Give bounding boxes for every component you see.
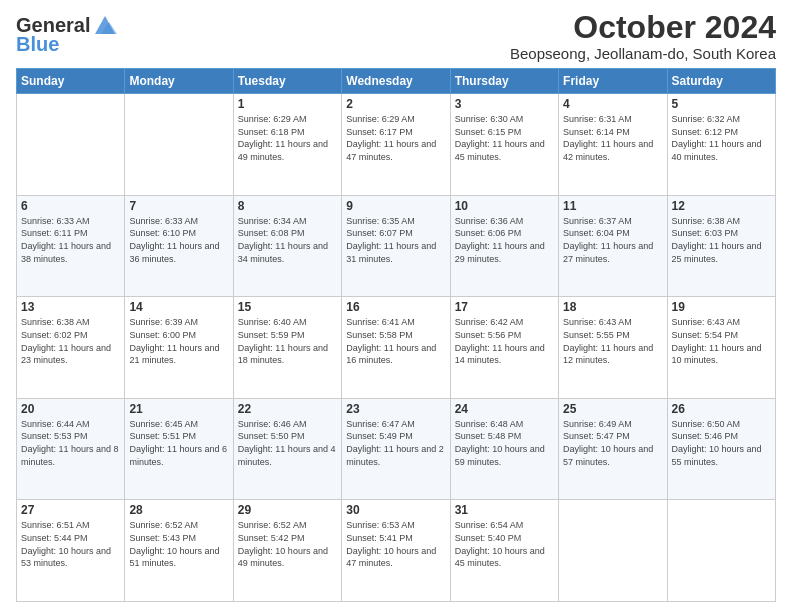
logo-blue: Blue <box>16 33 59 56</box>
header-monday: Monday <box>125 69 233 94</box>
calendar-subtitle: Beopseong, Jeollanam-do, South Korea <box>510 45 776 62</box>
table-row: 31Sunrise: 6:54 AMSunset: 5:40 PMDayligh… <box>450 500 558 602</box>
day-number: 15 <box>238 300 337 314</box>
table-row: 30Sunrise: 6:53 AMSunset: 5:41 PMDayligh… <box>342 500 450 602</box>
day-number: 22 <box>238 402 337 416</box>
table-row: 24Sunrise: 6:48 AMSunset: 5:48 PMDayligh… <box>450 398 558 500</box>
calendar-week-1: 1Sunrise: 6:29 AMSunset: 6:18 PMDaylight… <box>17 94 776 196</box>
day-number: 6 <box>21 199 120 213</box>
table-row: 1Sunrise: 6:29 AMSunset: 6:18 PMDaylight… <box>233 94 341 196</box>
day-number: 23 <box>346 402 445 416</box>
cell-info: Sunrise: 6:44 AMSunset: 5:53 PMDaylight:… <box>21 418 120 468</box>
calendar-week-4: 20Sunrise: 6:44 AMSunset: 5:53 PMDayligh… <box>17 398 776 500</box>
cell-info: Sunrise: 6:33 AMSunset: 6:10 PMDaylight:… <box>129 215 228 265</box>
cell-info: Sunrise: 6:32 AMSunset: 6:12 PMDaylight:… <box>672 113 771 163</box>
cell-info: Sunrise: 6:41 AMSunset: 5:58 PMDaylight:… <box>346 316 445 366</box>
table-row: 18Sunrise: 6:43 AMSunset: 5:55 PMDayligh… <box>559 297 667 399</box>
calendar-week-5: 27Sunrise: 6:51 AMSunset: 5:44 PMDayligh… <box>17 500 776 602</box>
table-row: 6Sunrise: 6:33 AMSunset: 6:11 PMDaylight… <box>17 195 125 297</box>
calendar-header-row: Sunday Monday Tuesday Wednesday Thursday… <box>17 69 776 94</box>
day-number: 12 <box>672 199 771 213</box>
cell-info: Sunrise: 6:40 AMSunset: 5:59 PMDaylight:… <box>238 316 337 366</box>
day-number: 14 <box>129 300 228 314</box>
cell-info: Sunrise: 6:38 AMSunset: 6:03 PMDaylight:… <box>672 215 771 265</box>
table-row: 4Sunrise: 6:31 AMSunset: 6:14 PMDaylight… <box>559 94 667 196</box>
cell-info: Sunrise: 6:43 AMSunset: 5:54 PMDaylight:… <box>672 316 771 366</box>
table-row: 23Sunrise: 6:47 AMSunset: 5:49 PMDayligh… <box>342 398 450 500</box>
cell-info: Sunrise: 6:49 AMSunset: 5:47 PMDaylight:… <box>563 418 662 468</box>
page: General Blue October 2024 Beopseong, Jeo… <box>0 0 792 612</box>
cell-info: Sunrise: 6:43 AMSunset: 5:55 PMDaylight:… <box>563 316 662 366</box>
day-number: 16 <box>346 300 445 314</box>
logo: General Blue <box>16 14 119 56</box>
cell-info: Sunrise: 6:52 AMSunset: 5:42 PMDaylight:… <box>238 519 337 569</box>
logo-icon <box>91 14 119 36</box>
table-row: 21Sunrise: 6:45 AMSunset: 5:51 PMDayligh… <box>125 398 233 500</box>
day-number: 2 <box>346 97 445 111</box>
header-wednesday: Wednesday <box>342 69 450 94</box>
cell-info: Sunrise: 6:33 AMSunset: 6:11 PMDaylight:… <box>21 215 120 265</box>
cell-info: Sunrise: 6:53 AMSunset: 5:41 PMDaylight:… <box>346 519 445 569</box>
day-number: 31 <box>455 503 554 517</box>
day-number: 29 <box>238 503 337 517</box>
header-thursday: Thursday <box>450 69 558 94</box>
day-number: 24 <box>455 402 554 416</box>
header-saturday: Saturday <box>667 69 775 94</box>
cell-info: Sunrise: 6:36 AMSunset: 6:06 PMDaylight:… <box>455 215 554 265</box>
cell-info: Sunrise: 6:52 AMSunset: 5:43 PMDaylight:… <box>129 519 228 569</box>
day-number: 1 <box>238 97 337 111</box>
cell-info: Sunrise: 6:50 AMSunset: 5:46 PMDaylight:… <box>672 418 771 468</box>
header-tuesday: Tuesday <box>233 69 341 94</box>
table-row <box>559 500 667 602</box>
day-number: 19 <box>672 300 771 314</box>
day-number: 10 <box>455 199 554 213</box>
table-row: 10Sunrise: 6:36 AMSunset: 6:06 PMDayligh… <box>450 195 558 297</box>
cell-info: Sunrise: 6:39 AMSunset: 6:00 PMDaylight:… <box>129 316 228 366</box>
cell-info: Sunrise: 6:29 AMSunset: 6:17 PMDaylight:… <box>346 113 445 163</box>
cell-info: Sunrise: 6:47 AMSunset: 5:49 PMDaylight:… <box>346 418 445 468</box>
table-row: 2Sunrise: 6:29 AMSunset: 6:17 PMDaylight… <box>342 94 450 196</box>
table-row <box>667 500 775 602</box>
table-row <box>17 94 125 196</box>
cell-info: Sunrise: 6:54 AMSunset: 5:40 PMDaylight:… <box>455 519 554 569</box>
table-row: 12Sunrise: 6:38 AMSunset: 6:03 PMDayligh… <box>667 195 775 297</box>
table-row: 7Sunrise: 6:33 AMSunset: 6:10 PMDaylight… <box>125 195 233 297</box>
day-number: 25 <box>563 402 662 416</box>
table-row: 27Sunrise: 6:51 AMSunset: 5:44 PMDayligh… <box>17 500 125 602</box>
day-number: 20 <box>21 402 120 416</box>
table-row: 5Sunrise: 6:32 AMSunset: 6:12 PMDaylight… <box>667 94 775 196</box>
day-number: 26 <box>672 402 771 416</box>
table-row: 11Sunrise: 6:37 AMSunset: 6:04 PMDayligh… <box>559 195 667 297</box>
day-number: 9 <box>346 199 445 213</box>
day-number: 5 <box>672 97 771 111</box>
cell-info: Sunrise: 6:37 AMSunset: 6:04 PMDaylight:… <box>563 215 662 265</box>
header-sunday: Sunday <box>17 69 125 94</box>
table-row: 17Sunrise: 6:42 AMSunset: 5:56 PMDayligh… <box>450 297 558 399</box>
cell-info: Sunrise: 6:48 AMSunset: 5:48 PMDaylight:… <box>455 418 554 468</box>
day-number: 27 <box>21 503 120 517</box>
table-row: 29Sunrise: 6:52 AMSunset: 5:42 PMDayligh… <box>233 500 341 602</box>
cell-info: Sunrise: 6:46 AMSunset: 5:50 PMDaylight:… <box>238 418 337 468</box>
day-number: 30 <box>346 503 445 517</box>
cell-info: Sunrise: 6:42 AMSunset: 5:56 PMDaylight:… <box>455 316 554 366</box>
header: General Blue October 2024 Beopseong, Jeo… <box>16 10 776 62</box>
table-row <box>125 94 233 196</box>
title-block: October 2024 Beopseong, Jeollanam-do, So… <box>510 10 776 62</box>
table-row: 13Sunrise: 6:38 AMSunset: 6:02 PMDayligh… <box>17 297 125 399</box>
table-row: 15Sunrise: 6:40 AMSunset: 5:59 PMDayligh… <box>233 297 341 399</box>
table-row: 26Sunrise: 6:50 AMSunset: 5:46 PMDayligh… <box>667 398 775 500</box>
day-number: 3 <box>455 97 554 111</box>
calendar-table: Sunday Monday Tuesday Wednesday Thursday… <box>16 68 776 602</box>
day-number: 7 <box>129 199 228 213</box>
cell-info: Sunrise: 6:31 AMSunset: 6:14 PMDaylight:… <box>563 113 662 163</box>
day-number: 13 <box>21 300 120 314</box>
table-row: 25Sunrise: 6:49 AMSunset: 5:47 PMDayligh… <box>559 398 667 500</box>
table-row: 9Sunrise: 6:35 AMSunset: 6:07 PMDaylight… <box>342 195 450 297</box>
table-row: 19Sunrise: 6:43 AMSunset: 5:54 PMDayligh… <box>667 297 775 399</box>
cell-info: Sunrise: 6:35 AMSunset: 6:07 PMDaylight:… <box>346 215 445 265</box>
table-row: 20Sunrise: 6:44 AMSunset: 5:53 PMDayligh… <box>17 398 125 500</box>
cell-info: Sunrise: 6:38 AMSunset: 6:02 PMDaylight:… <box>21 316 120 366</box>
day-number: 18 <box>563 300 662 314</box>
table-row: 14Sunrise: 6:39 AMSunset: 6:00 PMDayligh… <box>125 297 233 399</box>
day-number: 11 <box>563 199 662 213</box>
